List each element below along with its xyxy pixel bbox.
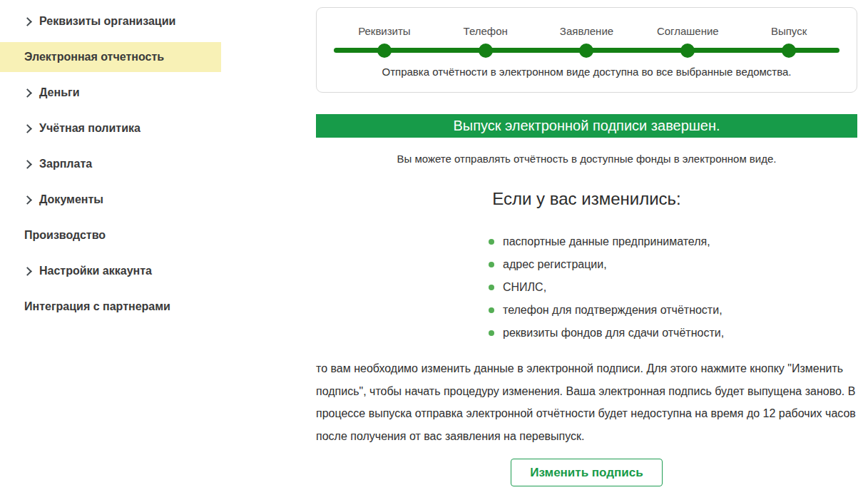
step-4: Выпуск xyxy=(738,25,839,58)
changes-list-item: паспортные данные предпринимателя, xyxy=(487,236,857,247)
step-0: Реквизиты xyxy=(334,25,435,58)
sidebar-item-4[interactable]: Зарплата xyxy=(0,149,221,179)
step-completed-dot xyxy=(479,44,493,58)
chevron-right-icon xyxy=(24,267,34,275)
sidebar-item-6[interactable]: Производство xyxy=(0,220,221,250)
changes-list-item: адрес регистрации, xyxy=(487,259,857,270)
step-3: Соглашение xyxy=(637,25,738,58)
success-banner: Выпуск электронной подписи завершен. xyxy=(316,114,857,138)
chevron-right-icon xyxy=(24,125,34,132)
changes-list-item: телефон для подтверждения отчётности, xyxy=(487,305,857,316)
stepper: РеквизитыТелефонЗаявлениеСоглашениеВыпус… xyxy=(317,25,857,58)
settings-page: Реквизиты организацииЭлектронная отчетно… xyxy=(0,0,868,490)
step-completed-dot xyxy=(782,44,796,58)
chevron-right-icon xyxy=(24,18,34,25)
sidebar-item-0[interactable]: Реквизиты организации xyxy=(0,6,221,36)
sidebar: Реквизиты организацииЭлектронная отчетно… xyxy=(0,0,221,327)
sidebar-item-label: Производство xyxy=(24,229,106,242)
change-signature-button[interactable]: Изменить подпись xyxy=(511,459,662,486)
sidebar-item-label: Интеграция с партнерами xyxy=(24,300,170,313)
sidebar-item-label: Учётная политика xyxy=(39,122,141,135)
step-completed-dot xyxy=(377,44,392,58)
step-1: Телефон xyxy=(435,25,536,58)
sidebar-item-label: Деньги xyxy=(39,86,80,99)
sidebar-item-8[interactable]: Интеграция с партнерами xyxy=(0,292,221,322)
sidebar-item-2[interactable]: Деньги xyxy=(0,78,221,108)
step-label: Телефон xyxy=(464,25,508,38)
step-label: Реквизиты xyxy=(358,25,411,38)
chevron-right-icon xyxy=(24,196,34,203)
sidebar-item-label: Настройки аккаунта xyxy=(39,265,152,277)
main-content: РеквизитыТелефонЗаявлениеСоглашениеВыпус… xyxy=(316,0,857,486)
changes-list-item: СНИЛС, xyxy=(487,282,857,293)
step-completed-dot xyxy=(579,44,593,58)
sidebar-item-label: Электронная отчетность xyxy=(24,51,164,63)
sidebar-item-1[interactable]: Электронная отчетность xyxy=(0,42,221,72)
step-label: Выпуск xyxy=(771,25,807,38)
changes-list: паспортные данные предпринимателя,адрес … xyxy=(487,236,857,339)
sidebar-item-label: Зарплата xyxy=(39,158,92,170)
button-row: Изменить подпись xyxy=(316,459,857,486)
step-label: Заявление xyxy=(560,25,613,38)
stepper-caption: Отправка отчётности в электронном виде д… xyxy=(317,66,857,78)
sidebar-item-5[interactable]: Документы xyxy=(0,185,221,215)
step-2: Заявление xyxy=(536,25,638,58)
step-label: Соглашение xyxy=(657,25,719,38)
step-completed-dot xyxy=(680,44,695,58)
sidebar-item-label: Документы xyxy=(39,193,103,206)
changes-heading: Если у вас изменились: xyxy=(316,189,857,209)
banner-subtitle: Вы можете отправлять отчётность в доступ… xyxy=(316,153,857,165)
changes-list-item: реквизиты фондов для сдачи отчётности, xyxy=(487,327,857,339)
sidebar-item-label: Реквизиты организации xyxy=(39,15,175,28)
sidebar-item-7[interactable]: Настройки аккаунта xyxy=(0,256,221,286)
signature-progress-card: РеквизитыТелефонЗаявлениеСоглашениеВыпус… xyxy=(316,7,857,93)
chevron-right-icon xyxy=(24,89,34,96)
sidebar-item-3[interactable]: Учётная политика xyxy=(0,113,221,143)
chevron-right-icon xyxy=(24,160,34,168)
reissue-paragraph: то вам необходимо изменить данные в элек… xyxy=(316,357,857,447)
